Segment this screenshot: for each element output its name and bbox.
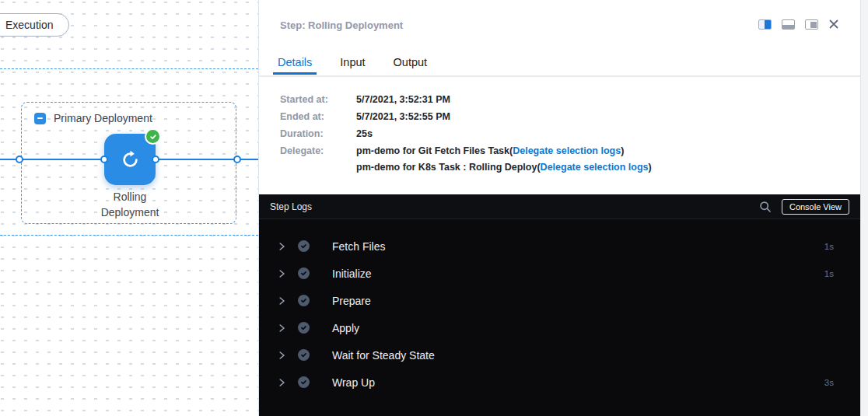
chevron-right-icon[interactable] xyxy=(277,269,286,278)
log-step-label: Wrap Up xyxy=(332,376,824,389)
log-step-duration: 3s xyxy=(824,378,834,387)
step-node-label: Rolling Deployment xyxy=(79,189,180,220)
detail-label: Delegate: xyxy=(280,145,356,178)
log-step-duration: 1s xyxy=(824,242,834,251)
stage-title: Primary Deployment xyxy=(54,112,152,124)
status-check-icon xyxy=(298,322,310,334)
log-step-duration: 1s xyxy=(824,269,834,278)
log-row-fetch-files[interactable]: Fetch Files 1s xyxy=(259,232,861,260)
tab-input[interactable]: Input xyxy=(335,49,369,75)
detail-value: 25s xyxy=(356,128,373,139)
log-step-label: Prepare xyxy=(332,295,834,307)
detail-value: 5/7/2021, 3:52:31 PM xyxy=(356,94,450,105)
log-row-wrap-up[interactable]: Wrap Up 3s xyxy=(259,369,861,396)
details-section: Started at: 5/7/2021, 3:52:31 PM Ended a… xyxy=(259,78,861,184)
connector-port xyxy=(100,156,108,163)
chevron-right-icon[interactable] xyxy=(277,323,286,333)
panel-title: Step: Rolling Deployment xyxy=(280,19,403,31)
status-check-icon xyxy=(298,267,310,279)
log-row-apply[interactable]: Apply xyxy=(259,314,861,341)
detail-row-duration: Duration: 25s xyxy=(280,128,845,139)
log-step-label: Initialize xyxy=(332,267,824,280)
step-logs-title: Step Logs xyxy=(270,201,312,212)
log-row-prepare[interactable]: Prepare xyxy=(259,287,861,314)
tab-details[interactable]: Details xyxy=(273,49,317,75)
chevron-right-icon[interactable] xyxy=(277,351,286,360)
delegate-selection-logs-link[interactable]: Delegate selection logs xyxy=(513,145,621,156)
success-badge xyxy=(145,128,161,145)
stage-boundary-line-top xyxy=(0,68,258,69)
detail-value: 5/7/2021, 3:52:55 PM xyxy=(356,111,450,122)
tab-output[interactable]: Output xyxy=(389,49,432,75)
log-step-label: Wait for Steady State xyxy=(332,349,834,362)
refresh-icon xyxy=(120,149,141,170)
status-check-icon xyxy=(298,349,310,361)
console-view-button[interactable]: Console View xyxy=(782,199,849,215)
log-row-wait-for-steady-state[interactable]: Wait for Steady State xyxy=(259,341,861,369)
status-check-icon xyxy=(298,240,310,252)
scrollbar-gutter[interactable] xyxy=(860,0,868,416)
log-step-label: Fetch Files xyxy=(332,240,824,253)
connector-port xyxy=(233,156,241,163)
detail-label: Started at: xyxy=(280,94,356,105)
log-step-list: Fetch Files 1s Initialize 1s Prepare xyxy=(259,219,861,396)
tabs-divider xyxy=(259,75,861,77)
chevron-right-icon[interactable] xyxy=(277,242,286,251)
chevron-right-icon[interactable] xyxy=(277,378,286,387)
check-icon xyxy=(149,133,157,141)
detail-label: Ended at: xyxy=(280,111,356,122)
status-check-icon xyxy=(298,376,310,388)
detail-row-ended: Ended at: 5/7/2021, 3:52:55 PM xyxy=(280,111,845,122)
collapse-stage-button[interactable] xyxy=(34,113,46,124)
tab-bar: Details Input Output xyxy=(273,49,450,75)
log-step-label: Apply xyxy=(332,322,834,334)
layout-inset-panel-icon[interactable] xyxy=(805,19,818,30)
delegate-line: pm-demo for Git Fetch Files Task(Delegat… xyxy=(356,145,652,156)
step-logs-header: Step Logs Console View xyxy=(259,194,861,219)
connector-port xyxy=(16,156,23,163)
detail-label: Duration: xyxy=(280,128,356,139)
chevron-right-icon[interactable] xyxy=(277,296,286,306)
minus-icon xyxy=(37,117,43,119)
execution-breadcrumb-pill[interactable]: Execution xyxy=(0,13,69,37)
step-details-panel: Step: Rolling Deployment Details Input O… xyxy=(258,0,860,416)
close-icon[interactable] xyxy=(828,19,839,30)
detail-row-delegate: Delegate: pm-demo for Git Fetch Files Ta… xyxy=(280,145,845,178)
status-check-icon xyxy=(298,295,310,306)
detail-row-started: Started at: 5/7/2021, 3:52:31 PM xyxy=(280,94,845,105)
execution-graph-canvas[interactable]: Execution Primary Deployment Rolling Dep… xyxy=(0,0,258,416)
delegate-selection-logs-link[interactable]: Delegate selection logs xyxy=(541,162,649,173)
connector-port xyxy=(152,156,159,163)
stage-boundary-line-bottom xyxy=(0,235,258,236)
step-logs-panel: Step Logs Console View Fetch Files 1s xyxy=(259,194,861,416)
log-row-initialize[interactable]: Initialize 1s xyxy=(259,260,861,287)
search-icon[interactable] xyxy=(759,201,772,213)
delegate-line: pm-demo for K8s Task : Rolling Deploy(De… xyxy=(356,162,652,173)
layout-split-right-icon[interactable] xyxy=(758,19,772,30)
layout-split-bottom-icon[interactable] xyxy=(782,19,795,30)
